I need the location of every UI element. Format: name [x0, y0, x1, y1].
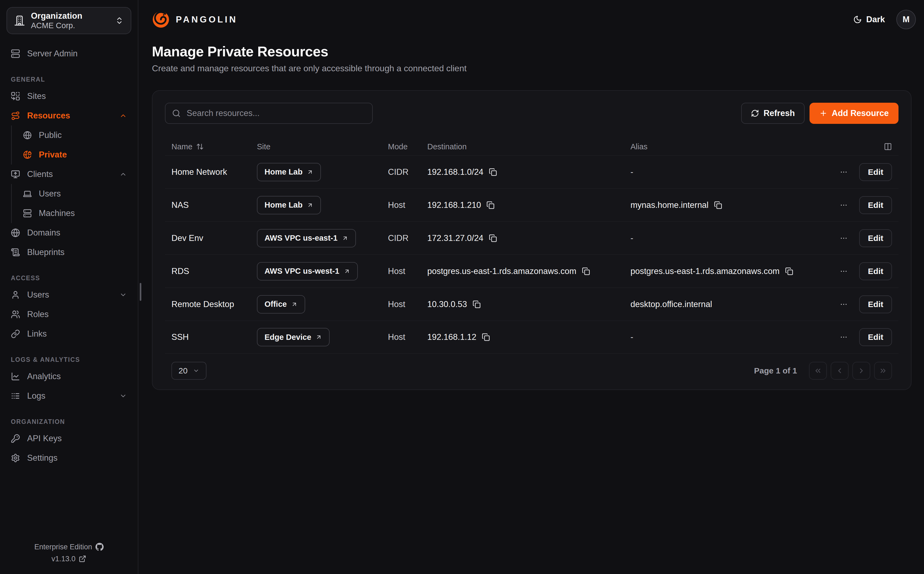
table-row: Home Network Home Lab CIDR 192.168.1.0/2…	[165, 155, 899, 188]
alias-value: -	[630, 332, 633, 342]
sidebar-item-label: Analytics	[27, 372, 61, 381]
sidebar-item-settings[interactable]: Settings	[11, 448, 127, 468]
sidebar-item-public[interactable]: Public	[23, 126, 127, 145]
chevron-down-icon	[119, 392, 127, 400]
theme-toggle[interactable]: Dark	[853, 15, 885, 24]
monitor-up-icon	[11, 170, 20, 179]
copy-icon	[785, 267, 793, 275]
edit-button[interactable]: Edit	[859, 328, 892, 346]
row-menu-button[interactable]	[840, 201, 848, 209]
sidebar-item-blueprints[interactable]: Blueprints	[11, 243, 127, 262]
copy-destination-button[interactable]	[489, 234, 497, 242]
row-menu-button[interactable]	[840, 267, 848, 275]
columns-toggle-icon[interactable]	[884, 143, 892, 151]
sidebar-nav: Server AdminGENERALSitesResourcesPublicP…	[0, 38, 138, 541]
sidebar-item-clients[interactable]: Clients	[11, 164, 127, 184]
resource-name: Home Network	[171, 167, 227, 177]
copy-destination-button[interactable]	[486, 201, 495, 209]
sidebar-item-links[interactable]: Links	[11, 324, 127, 344]
site-link[interactable]: Home Lab	[257, 163, 321, 181]
copy-icon	[482, 333, 490, 341]
page-info: Page 1 of 1	[754, 366, 797, 375]
alias-value: desktop.office.internal	[630, 300, 712, 309]
row-menu-button[interactable]	[840, 168, 848, 176]
last-page-button[interactable]	[874, 362, 892, 380]
next-page-button[interactable]	[852, 362, 870, 380]
sidebar-item-sites[interactable]: Sites	[11, 87, 127, 106]
edit-button[interactable]: Edit	[859, 262, 892, 280]
link-icon	[11, 329, 20, 339]
page-subtitle: Create and manage resources that are onl…	[152, 63, 910, 73]
building-icon	[14, 15, 25, 26]
previous-page-button[interactable]	[831, 362, 848, 380]
sidebar-item-roles[interactable]: Roles	[11, 304, 127, 324]
row-menu-button[interactable]	[840, 300, 848, 308]
site-link[interactable]: Home Lab	[257, 196, 321, 214]
sidebar-item-private[interactable]: Private	[23, 145, 127, 164]
site-link[interactable]: AWS VPC us-west-1	[257, 262, 358, 281]
sidebar-item-server-admin[interactable]: Server Admin	[11, 44, 127, 63]
sidebar-item-analytics[interactable]: Analytics	[11, 367, 127, 386]
laptop-icon	[23, 189, 32, 198]
refresh-button[interactable]: Refresh	[741, 103, 804, 124]
column-header-alias: Alias	[630, 142, 819, 151]
alias-value: -	[630, 233, 633, 243]
row-menu-button[interactable]	[840, 234, 848, 242]
sidebar-item-logs[interactable]: Logs	[11, 386, 127, 406]
sidebar-item-label: Machines	[39, 208, 75, 218]
users-icon	[11, 310, 20, 319]
first-page-button[interactable]	[809, 362, 827, 380]
copy-destination-button[interactable]	[482, 333, 490, 341]
page-title: Manage Private Resources	[152, 43, 910, 60]
sidebar-item-domains[interactable]: Domains	[11, 223, 127, 243]
destination-value: 10.30.0.53	[427, 300, 467, 309]
search-input[interactable]	[165, 103, 373, 124]
ellipsis-icon	[840, 234, 848, 242]
sidebar-item-users[interactable]: Users	[11, 285, 127, 304]
sidebar-item-users-clients[interactable]: Users	[23, 184, 127, 203]
copy-destination-button[interactable]	[489, 168, 497, 176]
copy-alias-button[interactable]	[785, 267, 793, 275]
site-link[interactable]: AWS VPC us-east-1	[257, 229, 356, 248]
sidebar-section-label: ACCESS	[11, 274, 127, 282]
globe-lock-icon	[23, 150, 32, 159]
copy-icon	[473, 300, 481, 308]
copy-destination-button[interactable]	[582, 267, 590, 275]
add-resource-button[interactable]: Add Resource	[810, 103, 899, 124]
alias-value: -	[630, 167, 633, 177]
brand-name: PANGOLIN	[176, 14, 237, 25]
site-link[interactable]: Office	[257, 295, 305, 314]
edit-button[interactable]: Edit	[859, 163, 892, 181]
column-header-name[interactable]: Name	[171, 142, 257, 151]
copy-icon	[486, 201, 495, 209]
search-icon	[172, 109, 181, 118]
organization-selector[interactable]: Organization ACME Corp.	[6, 7, 131, 34]
edit-button[interactable]: Edit	[859, 196, 892, 214]
settings-icon	[11, 453, 20, 463]
page-size-select[interactable]: 20	[171, 362, 206, 380]
table-row: NAS Home Lab Host 192.168.1.210 mynas.ho…	[165, 188, 899, 221]
sidebar-scrollbar-thumb[interactable]	[140, 283, 141, 301]
sidebar-item-api-keys[interactable]: API Keys	[11, 429, 127, 448]
sidebar-footer: Enterprise Edition v1.13.0	[0, 541, 138, 574]
external-link-icon[interactable]	[79, 555, 86, 563]
pangolin-logo-icon	[152, 11, 170, 28]
copy-destination-button[interactable]	[473, 300, 481, 308]
site-link[interactable]: Edge Device	[257, 328, 330, 346]
resource-mode: Host	[388, 266, 405, 276]
edit-button[interactable]: Edit	[859, 295, 892, 313]
sidebar: Organization ACME Corp. Server AdminGENE…	[0, 0, 138, 574]
page-head: Manage Private Resources Create and mana…	[138, 29, 924, 73]
edit-button[interactable]: Edit	[859, 229, 892, 247]
globe-icon	[23, 131, 32, 140]
copy-alias-button[interactable]	[714, 201, 722, 209]
sidebar-item-machines[interactable]: Machines	[23, 203, 127, 223]
version-label[interactable]: v1.13.0	[52, 553, 76, 565]
sidebar-item-resources[interactable]: Resources	[11, 106, 127, 126]
avatar[interactable]: M	[896, 10, 916, 29]
theme-label: Dark	[866, 15, 885, 24]
sidebar-item-label: Blueprints	[27, 248, 65, 257]
row-menu-button[interactable]	[840, 333, 848, 341]
github-icon[interactable]	[95, 543, 104, 551]
ellipsis-icon	[840, 201, 848, 209]
